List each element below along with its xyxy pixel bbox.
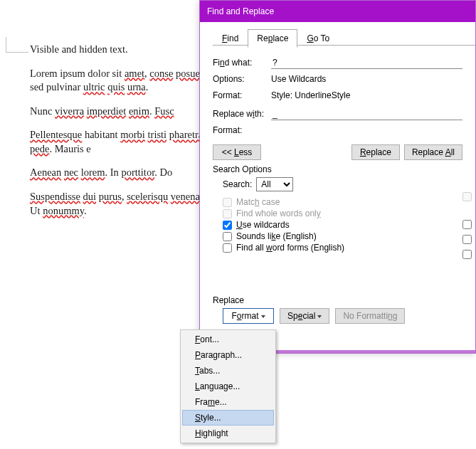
menu-highlight[interactable]: Highlight bbox=[182, 426, 274, 441]
right-side-checkboxes bbox=[460, 190, 474, 261]
right-check-4[interactable] bbox=[462, 250, 472, 259]
special-button[interactable]: Special bbox=[280, 308, 329, 324]
find-what-label: Find what: bbox=[213, 58, 271, 68]
match-case-checkbox bbox=[223, 198, 232, 207]
search-options-label: Search Options bbox=[213, 164, 462, 174]
dialog-titlebar[interactable]: Find and Replace bbox=[200, 1, 475, 22]
replace-all-button[interactable]: Replace All bbox=[404, 144, 462, 160]
opt-sounds-like[interactable]: Sounds like (English) bbox=[223, 231, 462, 241]
opt-match-case: Match case bbox=[223, 197, 462, 207]
format-context-menu: Font... Paragraph... Tabs... Language...… bbox=[180, 329, 276, 443]
word-forms-checkbox[interactable] bbox=[223, 243, 232, 253]
search-label: Search: bbox=[223, 179, 252, 189]
options-label: Options: bbox=[213, 74, 271, 84]
find-what-input[interactable] bbox=[271, 57, 462, 69]
menu-tabs[interactable]: Tabs... bbox=[182, 363, 274, 379]
opt-whole-words: Find whole words only bbox=[223, 208, 462, 218]
sounds-like-checkbox[interactable] bbox=[223, 232, 232, 241]
find-replace-dialog: Find and Replace Find Replace Go To Find… bbox=[199, 0, 476, 354]
find-format-label: Format: bbox=[213, 90, 271, 100]
menu-paragraph[interactable]: Paragraph... bbox=[182, 347, 274, 363]
dialog-title: Find and Replace bbox=[207, 6, 274, 16]
menu-frame[interactable]: Frame... bbox=[182, 394, 274, 410]
replace-button[interactable]: Replace bbox=[351, 144, 400, 160]
caret-down-icon bbox=[317, 315, 322, 318]
whole-words-checkbox bbox=[223, 209, 232, 218]
replace-format-label: Format: bbox=[213, 125, 271, 135]
replace-section-label: Replace bbox=[213, 295, 462, 305]
format-button[interactable]: Format bbox=[223, 308, 274, 324]
replace-with-input[interactable] bbox=[271, 108, 462, 120]
opt-wildcards[interactable]: Use wildcards bbox=[223, 220, 462, 230]
search-direction-select[interactable]: All bbox=[256, 177, 293, 191]
wildcards-checkbox[interactable] bbox=[223, 221, 232, 230]
right-check-1 bbox=[462, 192, 472, 201]
menu-font[interactable]: Font... bbox=[182, 332, 274, 347]
caret-down-icon bbox=[261, 315, 265, 318]
right-check-3[interactable] bbox=[462, 235, 472, 244]
menu-style[interactable]: Style... bbox=[182, 410, 274, 426]
opt-word-forms[interactable]: Find all word forms (English) bbox=[223, 243, 462, 253]
replace-with-label: Replace with: bbox=[213, 109, 271, 119]
no-formatting-button: No Formatting bbox=[335, 308, 405, 324]
options-value: Use Wildcards bbox=[271, 74, 462, 84]
less-button[interactable]: << Less bbox=[213, 144, 261, 160]
right-check-2[interactable] bbox=[462, 220, 472, 229]
tab-replace[interactable]: Replace bbox=[248, 29, 297, 48]
find-format-value: Style: UnderlineStyle bbox=[271, 90, 462, 100]
menu-language[interactable]: Language... bbox=[182, 379, 274, 394]
